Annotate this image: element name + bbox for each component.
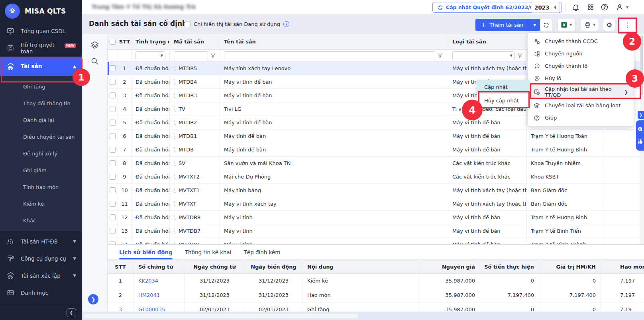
menu-item-cap-nhat-loai-tai-san[interactable]: Cập nhật loại tài sản theo TT/QĐ ❯ bbox=[528, 84, 634, 99]
column-header-code[interactable]: Mã tài sản bbox=[170, 34, 220, 49]
row-checkbox[interactable] bbox=[110, 79, 116, 85]
expand-panel-button[interactable]: ❯ bbox=[88, 294, 98, 304]
info-icon[interactable]: i bbox=[283, 21, 289, 27]
sidebar-item-ho-tro-quyet-toan[interactable]: Hỗ trợ quyết toán NEW bbox=[0, 39, 82, 57]
filter-funnel-icon[interactable] bbox=[210, 53, 216, 58]
app-logo[interactable]: MISA QLTS bbox=[0, 0, 82, 22]
side-panel-toggle[interactable]: ❯ bbox=[638, 111, 644, 119]
row-checkbox[interactable] bbox=[110, 133, 116, 139]
user-menu-button[interactable] bbox=[615, 2, 624, 12]
column-header-status[interactable]: Tình trạng dữ liệu bbox=[132, 34, 170, 49]
sidebar-subitem[interactable]: Thay đổi thông tin bbox=[0, 95, 82, 112]
thumbs-up-icon[interactable] bbox=[637, 139, 643, 145]
only-in-use-checkbox[interactable] bbox=[185, 21, 190, 27]
status-filter-select[interactable]: ▼ bbox=[135, 51, 165, 60]
asset-row[interactable]: 6 Đã chuẩn hóa MTDB1 Máy tính để bàn Máy… bbox=[108, 130, 644, 143]
asset-row[interactable]: 7 Đã chuẩn hóa MTDB Máy tính để bàn Máy … bbox=[108, 143, 644, 157]
column-header-type[interactable]: Loại tài sản bbox=[447, 34, 527, 49]
column-header-accum[interactable]: Hao mòn lũ bbox=[601, 260, 644, 273]
asset-row[interactable]: 14 Đã chuẩn hóa MVTDB6 Máy vi tính Máy v… bbox=[108, 238, 644, 244]
tab-lich-su-bien-dong[interactable]: Lịch sử biến động bbox=[119, 245, 173, 259]
tab-thong-tin-ke-khai[interactable]: Thông tin kê khai bbox=[185, 245, 232, 259]
column-header-content[interactable]: Nội dung bbox=[302, 260, 420, 273]
sidebar-item-tai-san-xac-lap[interactable]: Tài sản xác lập ▼ bbox=[0, 267, 82, 284]
asset-row[interactable]: 13 Đã chuẩn hóa MVTDB7 Máy vi tính Máy v… bbox=[108, 224, 644, 238]
column-header-doc-date[interactable]: Ngày chứng từ bbox=[185, 260, 245, 273]
sidebar-subitem[interactable]: Khác bbox=[0, 212, 82, 229]
menu-item-giup[interactable]: Giúp bbox=[528, 112, 634, 124]
code-filter-input[interactable] bbox=[174, 51, 208, 60]
menu-item-chuyen-nguon[interactable]: Chuyển nguồn bbox=[528, 47, 634, 60]
sidebar-subitem[interactable]: Ghi giảm bbox=[0, 162, 82, 179]
search-button[interactable] bbox=[82, 53, 108, 69]
sidebar-subitem[interactable]: Tính hao mòn bbox=[0, 179, 82, 195]
row-checkbox[interactable] bbox=[110, 187, 116, 193]
document-link[interactable]: KK2034 bbox=[138, 278, 158, 284]
menu-item-chuyen-thanh-ccdc[interactable]: Chuyển thành CCDC bbox=[528, 35, 634, 47]
row-checkbox[interactable] bbox=[110, 241, 116, 244]
column-header-hm-value[interactable]: Giá trị HM/KH bbox=[539, 260, 601, 273]
notifications-button[interactable] bbox=[571, 2, 581, 12]
sidebar-item-tai-san-ht-db[interactable]: Tài sản HT-ĐB ▼ bbox=[0, 233, 82, 250]
sidebar-subitem[interactable]: Kiểm kê bbox=[0, 195, 82, 212]
row-checkbox[interactable] bbox=[110, 201, 116, 207]
asset-row[interactable]: 11 Đã chuẩn hóa MVTXT Máy vi tính xách t… bbox=[108, 197, 644, 211]
asset-row[interactable]: 9 Đã chuẩn hóa MVTXT2 Mái che Dự Phòng C… bbox=[108, 170, 644, 184]
filter-funnel-icon[interactable] bbox=[438, 53, 443, 58]
sidebar-subitem[interactable]: Đánh giá lại bbox=[0, 112, 82, 128]
sidebar-item-cong-cu-dung-cu[interactable]: Công cụ dụng cụ ▼ bbox=[0, 250, 82, 267]
row-checkbox[interactable] bbox=[110, 160, 116, 166]
sidebar-item-tai-san[interactable]: Tài sản ▲ bbox=[0, 57, 82, 76]
select-all-checkbox[interactable] bbox=[110, 39, 116, 45]
year-stepper-icon[interactable]: ▲▼ bbox=[554, 6, 556, 10]
user-caret-icon[interactable]: ▼ bbox=[624, 2, 630, 12]
column-header-doc-no[interactable]: Số chứng từ bbox=[134, 260, 185, 273]
menu-item-chuyen-loai-hang-loat[interactable]: Chuyển loại tài sản hàng loạt bbox=[528, 99, 634, 112]
asset-row[interactable]: 12 Đã chuẩn hóa MVTDB8 Máy vi tính Máy v… bbox=[108, 211, 644, 224]
add-asset-button[interactable]: + Thêm tài sản bbox=[475, 19, 529, 31]
row-checkbox[interactable] bbox=[110, 120, 116, 126]
sidebar-item-tong-quan-csdl[interactable]: Tổng quan CSDL bbox=[0, 22, 82, 39]
sidebar-item-danh-muc[interactable]: Danh mục bbox=[0, 284, 82, 301]
column-header-stt[interactable]: STT bbox=[118, 34, 132, 49]
row-checkbox[interactable] bbox=[110, 228, 116, 234]
column-header-cost[interactable]: Nguyên giá bbox=[420, 260, 480, 273]
document-link[interactable]: HM2041 bbox=[138, 292, 160, 298]
asset-row[interactable]: 10 Đã chuẩn hóa MVTXT1 Máy tính bảng Máy… bbox=[108, 184, 644, 197]
year-selector[interactable]: 2023 ▲▼ bbox=[531, 2, 560, 13]
submenu-item-cap-nhat[interactable]: Cập nhật bbox=[477, 80, 529, 94]
filter-funnel-icon[interactable] bbox=[517, 53, 522, 58]
sidebar-collapse-button[interactable]: ❮ bbox=[67, 308, 76, 317]
column-header-name[interactable]: Tên tài sản bbox=[220, 34, 447, 49]
history-row[interactable]: 1 KK2034 31/12/2023 31/12/2023 Kiểm kê 3… bbox=[108, 274, 644, 288]
type-filter-select[interactable]: ▼ bbox=[452, 51, 515, 60]
apps-button[interactable] bbox=[586, 2, 595, 12]
layers-button[interactable] bbox=[82, 37, 108, 53]
tab-tep-dinh-kem[interactable]: Tệp đính kèm bbox=[244, 245, 281, 259]
add-asset-caret-button[interactable]: ▼ bbox=[529, 19, 540, 31]
document-link[interactable]: GT000035 bbox=[138, 306, 165, 312]
help-button[interactable] bbox=[600, 2, 609, 12]
name-filter-input[interactable] bbox=[224, 51, 435, 60]
history-row[interactable]: 2 HM2041 31/12/2023 31/12/2023 Hao mòn 3… bbox=[108, 288, 644, 302]
row-checkbox[interactable] bbox=[110, 65, 116, 71]
row-checkbox[interactable] bbox=[110, 147, 116, 153]
menu-item-chuyen-thanh-lo[interactable]: Chuyển thành lô bbox=[528, 60, 634, 72]
reload-button[interactable] bbox=[540, 19, 552, 31]
horizontal-scrollbar[interactable] bbox=[82, 312, 644, 320]
print-button[interactable]: ▼ bbox=[581, 19, 599, 31]
settings-button[interactable]: ⚙ bbox=[603, 19, 615, 31]
more-actions-button[interactable]: ⋮ bbox=[620, 19, 636, 31]
menu-item-huy-lo[interactable]: Hủy lô bbox=[528, 72, 634, 84]
export-excel-button[interactable]: X ▼ bbox=[557, 19, 575, 31]
row-checkbox[interactable] bbox=[110, 174, 116, 180]
sidebar-subitem[interactable]: Điều chuyển tài sản bbox=[0, 128, 82, 145]
row-checkbox[interactable] bbox=[110, 92, 116, 98]
asset-row[interactable]: 8 Đã chuẩn hóa SV Sân vườn và mái Khoa T… bbox=[108, 157, 644, 170]
column-header-change-date[interactable]: Ngày biến động bbox=[245, 260, 302, 273]
chat-icon[interactable] bbox=[637, 126, 643, 132]
sidebar-subitem[interactable]: Ghi tăng bbox=[0, 78, 82, 95]
column-header-executed[interactable]: Số tiền thực hiện bbox=[480, 260, 539, 273]
row-checkbox[interactable] bbox=[110, 106, 116, 112]
row-checkbox[interactable] bbox=[110, 214, 116, 220]
